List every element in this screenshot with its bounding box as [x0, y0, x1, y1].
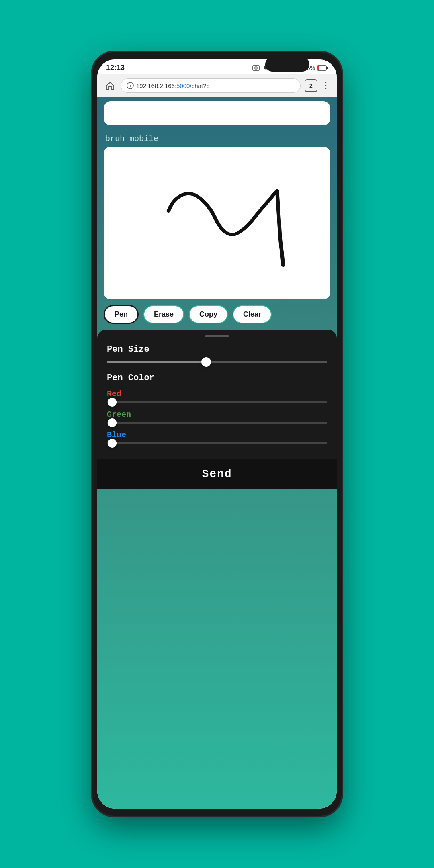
pen-color-title: Pen Color: [107, 373, 327, 383]
send-button[interactable]: Send: [202, 468, 232, 480]
bottom-panel: Pen Size Pen Color Red: [97, 330, 337, 459]
pen-size-section: Pen Size: [107, 344, 327, 363]
svg-rect-0: [253, 66, 259, 70]
svg-rect-10: [326, 67, 328, 69]
status-time: 12:13: [106, 63, 125, 72]
tab-button[interactable]: 2: [305, 79, 317, 92]
pen-size-slider[interactable]: [107, 361, 327, 363]
browser-bar: 192.168.2.166:5000/chat?b 2 ⋮: [97, 74, 337, 97]
pen-size-thumb[interactable]: [201, 357, 211, 367]
url-bar[interactable]: 192.168.2.166:5000/chat?b: [121, 78, 301, 93]
pen-size-fill: [107, 361, 206, 363]
red-slider[interactable]: [107, 401, 327, 403]
clear-button[interactable]: Clear: [233, 305, 272, 323]
url-text: 192.168.2.166:5000/chat?b: [136, 82, 210, 89]
green-label: Green: [107, 410, 327, 419]
battery-icon: [317, 65, 328, 71]
username-label: bruh mobile: [97, 129, 337, 147]
previous-chat-area: [97, 97, 337, 129]
svg-rect-11: [318, 66, 319, 70]
drawing-canvas[interactable]: [104, 147, 330, 299]
pen-button[interactable]: Pen: [104, 305, 139, 324]
erase-button[interactable]: Erase: [143, 305, 184, 323]
pen-size-title: Pen Size: [107, 344, 327, 354]
blue-slider[interactable]: [107, 442, 327, 444]
phone-frame: 12:13 • 5%: [92, 52, 342, 816]
info-icon: [127, 82, 134, 89]
svg-point-14: [130, 84, 131, 84]
panel-handle: [205, 335, 229, 337]
green-thumb[interactable]: [108, 418, 117, 427]
previous-chat-bubble: [104, 101, 330, 125]
phone-screen: 12:13 • 5%: [97, 59, 337, 809]
main-content: bruh mobile Pen Erase Copy Clear: [97, 97, 337, 809]
red-color-row: Red: [107, 389, 327, 403]
notch: [265, 57, 309, 72]
send-bar: Send: [97, 459, 337, 489]
svg-point-1: [255, 67, 257, 69]
blue-color-row: Blue: [107, 430, 327, 444]
photo-icon: [252, 64, 260, 72]
blue-thumb[interactable]: [108, 439, 117, 448]
drawing-svg: [104, 147, 330, 299]
tool-buttons-row: Pen Erase Copy Clear: [97, 299, 337, 330]
green-color-row: Green: [107, 410, 327, 424]
blue-label: Blue: [107, 430, 327, 440]
browser-menu-button[interactable]: ⋮: [321, 80, 330, 91]
home-button[interactable]: [104, 79, 117, 92]
red-thumb[interactable]: [108, 398, 117, 407]
green-slider[interactable]: [107, 422, 327, 424]
copy-button[interactable]: Copy: [189, 305, 228, 323]
pen-color-section: Pen Color Red Green Blue: [107, 373, 327, 444]
red-label: Red: [107, 389, 327, 399]
